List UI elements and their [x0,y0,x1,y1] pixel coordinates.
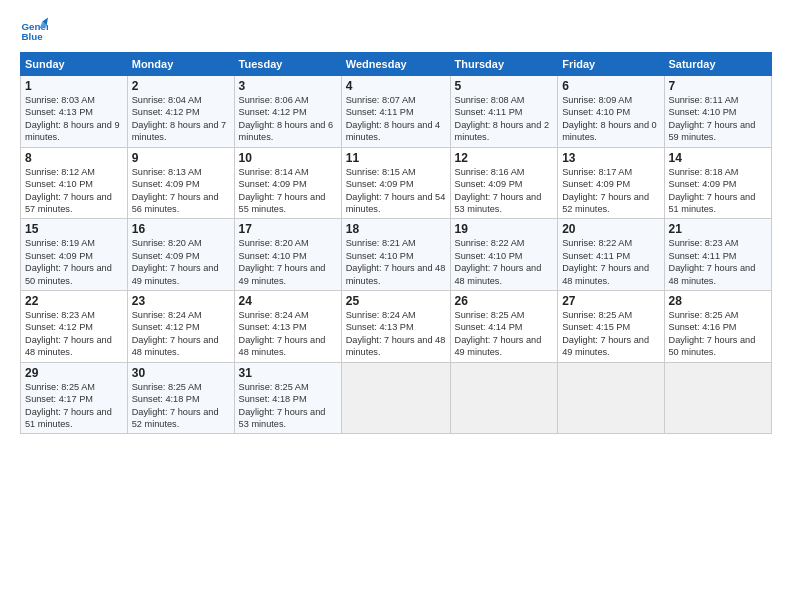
day-cell: 30 Sunrise: 8:25 AM Sunset: 4:18 PM Dayl… [127,362,234,434]
day-number: 2 [132,79,230,93]
day-info: Sunrise: 8:20 AM Sunset: 4:10 PM Dayligh… [239,237,337,287]
day-info: Sunrise: 8:22 AM Sunset: 4:11 PM Dayligh… [562,237,659,287]
day-cell [450,362,558,434]
day-info: Sunrise: 8:09 AM Sunset: 4:10 PM Dayligh… [562,94,659,144]
day-cell: 22 Sunrise: 8:23 AM Sunset: 4:12 PM Dayl… [21,291,128,363]
day-cell: 4 Sunrise: 8:07 AM Sunset: 4:11 PM Dayli… [341,76,450,148]
day-cell: 17 Sunrise: 8:20 AM Sunset: 4:10 PM Dayl… [234,219,341,291]
day-number: 4 [346,79,446,93]
day-cell: 24 Sunrise: 8:24 AM Sunset: 4:13 PM Dayl… [234,291,341,363]
day-number: 25 [346,294,446,308]
day-info: Sunrise: 8:14 AM Sunset: 4:09 PM Dayligh… [239,166,337,216]
day-number: 26 [455,294,554,308]
day-cell: 12 Sunrise: 8:16 AM Sunset: 4:09 PM Dayl… [450,147,558,219]
day-info: Sunrise: 8:24 AM Sunset: 4:13 PM Dayligh… [239,309,337,359]
day-cell: 31 Sunrise: 8:25 AM Sunset: 4:18 PM Dayl… [234,362,341,434]
day-info: Sunrise: 8:17 AM Sunset: 4:09 PM Dayligh… [562,166,659,216]
col-header-tuesday: Tuesday [234,53,341,76]
day-number: 17 [239,222,337,236]
header-row: SundayMondayTuesdayWednesdayThursdayFrid… [21,53,772,76]
day-cell: 23 Sunrise: 8:24 AM Sunset: 4:12 PM Dayl… [127,291,234,363]
day-number: 31 [239,366,337,380]
day-number: 20 [562,222,659,236]
day-cell: 15 Sunrise: 8:19 AM Sunset: 4:09 PM Dayl… [21,219,128,291]
calendar-table: SundayMondayTuesdayWednesdayThursdayFrid… [20,52,772,434]
logo: General Blue [20,16,54,44]
day-info: Sunrise: 8:25 AM Sunset: 4:17 PM Dayligh… [25,381,123,431]
page: General Blue SundayMondayTuesdayWednesda… [0,0,792,612]
day-info: Sunrise: 8:13 AM Sunset: 4:09 PM Dayligh… [132,166,230,216]
day-number: 23 [132,294,230,308]
day-cell: 20 Sunrise: 8:22 AM Sunset: 4:11 PM Dayl… [558,219,664,291]
day-number: 30 [132,366,230,380]
col-header-saturday: Saturday [664,53,772,76]
day-cell: 1 Sunrise: 8:03 AM Sunset: 4:13 PM Dayli… [21,76,128,148]
day-cell: 11 Sunrise: 8:15 AM Sunset: 4:09 PM Dayl… [341,147,450,219]
week-row-1: 1 Sunrise: 8:03 AM Sunset: 4:13 PM Dayli… [21,76,772,148]
svg-text:Blue: Blue [21,31,43,42]
day-number: 1 [25,79,123,93]
day-cell: 18 Sunrise: 8:21 AM Sunset: 4:10 PM Dayl… [341,219,450,291]
col-header-sunday: Sunday [21,53,128,76]
day-info: Sunrise: 8:12 AM Sunset: 4:10 PM Dayligh… [25,166,123,216]
day-cell: 9 Sunrise: 8:13 AM Sunset: 4:09 PM Dayli… [127,147,234,219]
day-cell: 7 Sunrise: 8:11 AM Sunset: 4:10 PM Dayli… [664,76,772,148]
week-row-3: 15 Sunrise: 8:19 AM Sunset: 4:09 PM Dayl… [21,219,772,291]
day-number: 16 [132,222,230,236]
day-cell: 10 Sunrise: 8:14 AM Sunset: 4:09 PM Dayl… [234,147,341,219]
week-row-4: 22 Sunrise: 8:23 AM Sunset: 4:12 PM Dayl… [21,291,772,363]
day-number: 9 [132,151,230,165]
day-cell: 5 Sunrise: 8:08 AM Sunset: 4:11 PM Dayli… [450,76,558,148]
day-cell: 3 Sunrise: 8:06 AM Sunset: 4:12 PM Dayli… [234,76,341,148]
day-number: 27 [562,294,659,308]
day-info: Sunrise: 8:25 AM Sunset: 4:15 PM Dayligh… [562,309,659,359]
day-info: Sunrise: 8:25 AM Sunset: 4:18 PM Dayligh… [239,381,337,431]
day-number: 19 [455,222,554,236]
day-number: 24 [239,294,337,308]
day-cell: 19 Sunrise: 8:22 AM Sunset: 4:10 PM Dayl… [450,219,558,291]
day-number: 3 [239,79,337,93]
day-cell: 26 Sunrise: 8:25 AM Sunset: 4:14 PM Dayl… [450,291,558,363]
day-info: Sunrise: 8:04 AM Sunset: 4:12 PM Dayligh… [132,94,230,144]
day-number: 22 [25,294,123,308]
day-info: Sunrise: 8:08 AM Sunset: 4:11 PM Dayligh… [455,94,554,144]
day-info: Sunrise: 8:24 AM Sunset: 4:13 PM Dayligh… [346,309,446,359]
day-info: Sunrise: 8:20 AM Sunset: 4:09 PM Dayligh… [132,237,230,287]
calendar-body: 1 Sunrise: 8:03 AM Sunset: 4:13 PM Dayli… [21,76,772,434]
day-number: 15 [25,222,123,236]
week-row-5: 29 Sunrise: 8:25 AM Sunset: 4:17 PM Dayl… [21,362,772,434]
day-info: Sunrise: 8:22 AM Sunset: 4:10 PM Dayligh… [455,237,554,287]
col-header-friday: Friday [558,53,664,76]
day-number: 29 [25,366,123,380]
col-header-wednesday: Wednesday [341,53,450,76]
day-number: 11 [346,151,446,165]
day-cell: 16 Sunrise: 8:20 AM Sunset: 4:09 PM Dayl… [127,219,234,291]
day-cell: 8 Sunrise: 8:12 AM Sunset: 4:10 PM Dayli… [21,147,128,219]
day-number: 10 [239,151,337,165]
day-info: Sunrise: 8:21 AM Sunset: 4:10 PM Dayligh… [346,237,446,287]
day-number: 8 [25,151,123,165]
day-cell [664,362,772,434]
day-info: Sunrise: 8:23 AM Sunset: 4:11 PM Dayligh… [669,237,768,287]
day-info: Sunrise: 8:25 AM Sunset: 4:18 PM Dayligh… [132,381,230,431]
week-row-2: 8 Sunrise: 8:12 AM Sunset: 4:10 PM Dayli… [21,147,772,219]
day-number: 28 [669,294,768,308]
day-info: Sunrise: 8:07 AM Sunset: 4:11 PM Dayligh… [346,94,446,144]
col-header-monday: Monday [127,53,234,76]
day-number: 18 [346,222,446,236]
logo-icon: General Blue [20,16,48,44]
day-info: Sunrise: 8:03 AM Sunset: 4:13 PM Dayligh… [25,94,123,144]
header: General Blue [20,16,772,44]
day-cell: 25 Sunrise: 8:24 AM Sunset: 4:13 PM Dayl… [341,291,450,363]
day-cell [558,362,664,434]
day-number: 14 [669,151,768,165]
day-info: Sunrise: 8:06 AM Sunset: 4:12 PM Dayligh… [239,94,337,144]
day-number: 7 [669,79,768,93]
day-info: Sunrise: 8:18 AM Sunset: 4:09 PM Dayligh… [669,166,768,216]
day-info: Sunrise: 8:19 AM Sunset: 4:09 PM Dayligh… [25,237,123,287]
calendar-header: SundayMondayTuesdayWednesdayThursdayFrid… [21,53,772,76]
day-info: Sunrise: 8:15 AM Sunset: 4:09 PM Dayligh… [346,166,446,216]
day-cell: 28 Sunrise: 8:25 AM Sunset: 4:16 PM Dayl… [664,291,772,363]
day-cell: 13 Sunrise: 8:17 AM Sunset: 4:09 PM Dayl… [558,147,664,219]
col-header-thursday: Thursday [450,53,558,76]
